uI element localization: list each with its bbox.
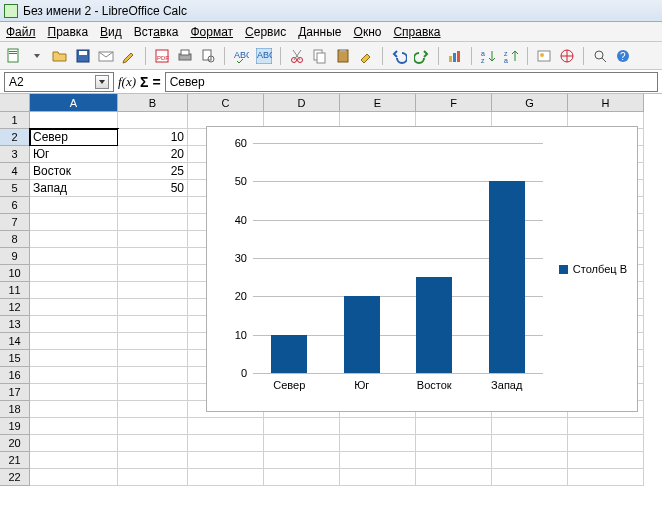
cell[interactable]: [188, 452, 264, 469]
select-all-corner[interactable]: [0, 94, 30, 112]
spreadsheet-grid[interactable]: ABCDEFGH 12Север103Юг204Восток255Запад50…: [0, 94, 662, 525]
row-header[interactable]: 14: [0, 333, 30, 350]
row-header[interactable]: 7: [0, 214, 30, 231]
cell[interactable]: [30, 452, 118, 469]
cell[interactable]: Север: [30, 129, 118, 146]
formula-input[interactable]: [165, 72, 658, 92]
cell[interactable]: [30, 265, 118, 282]
row-header[interactable]: 2: [0, 129, 30, 146]
cell[interactable]: [118, 333, 188, 350]
equals-icon[interactable]: =: [152, 74, 160, 90]
row-header[interactable]: 13: [0, 316, 30, 333]
row-header[interactable]: 8: [0, 231, 30, 248]
cell[interactable]: [30, 418, 118, 435]
cell[interactable]: [30, 316, 118, 333]
format-paintbrush-icon[interactable]: [356, 46, 376, 66]
cell[interactable]: 20: [118, 146, 188, 163]
row-header[interactable]: 9: [0, 248, 30, 265]
cell[interactable]: [416, 452, 492, 469]
cell[interactable]: [118, 350, 188, 367]
cell[interactable]: [30, 248, 118, 265]
chart-icon[interactable]: [445, 46, 465, 66]
cell[interactable]: [118, 367, 188, 384]
column-header[interactable]: G: [492, 94, 568, 112]
cell[interactable]: [30, 197, 118, 214]
row-header[interactable]: 15: [0, 350, 30, 367]
cell[interactable]: [340, 452, 416, 469]
column-header[interactable]: A: [30, 94, 118, 112]
row-header[interactable]: 20: [0, 435, 30, 452]
row-header[interactable]: 19: [0, 418, 30, 435]
column-header[interactable]: B: [118, 94, 188, 112]
function-wizard-icon[interactable]: f(x): [118, 74, 136, 90]
row-header[interactable]: 12: [0, 299, 30, 316]
row-header[interactable]: 16: [0, 367, 30, 384]
sort-desc-icon[interactable]: za: [501, 46, 521, 66]
row-header[interactable]: 3: [0, 146, 30, 163]
cell[interactable]: [30, 469, 118, 486]
save-icon[interactable]: [73, 46, 93, 66]
cell[interactable]: [30, 401, 118, 418]
cell[interactable]: [118, 197, 188, 214]
edit-icon[interactable]: [119, 46, 139, 66]
name-box[interactable]: A2: [4, 72, 114, 92]
cell[interactable]: [30, 214, 118, 231]
row-header[interactable]: 11: [0, 282, 30, 299]
cell[interactable]: [30, 435, 118, 452]
cell[interactable]: [30, 282, 118, 299]
cell[interactable]: [492, 469, 568, 486]
cell[interactable]: [118, 401, 188, 418]
row-header[interactable]: 21: [0, 452, 30, 469]
redo-icon[interactable]: [412, 46, 432, 66]
menu-data[interactable]: Данные: [298, 25, 341, 39]
menu-file[interactable]: Файл: [6, 25, 36, 39]
cell[interactable]: [118, 452, 188, 469]
column-header[interactable]: F: [416, 94, 492, 112]
cell[interactable]: [340, 418, 416, 435]
dropdown-icon[interactable]: [27, 46, 47, 66]
spellcheck-icon[interactable]: ABC: [231, 46, 251, 66]
cell[interactable]: [568, 435, 644, 452]
cell[interactable]: [118, 248, 188, 265]
cell[interactable]: Восток: [30, 163, 118, 180]
menu-insert[interactable]: Вставка: [134, 25, 179, 39]
navigator-icon[interactable]: [557, 46, 577, 66]
menu-tools[interactable]: Сервис: [245, 25, 286, 39]
menu-format[interactable]: Формат: [190, 25, 233, 39]
cell[interactable]: [492, 418, 568, 435]
cell[interactable]: [264, 435, 340, 452]
cut-icon[interactable]: [287, 46, 307, 66]
cell[interactable]: 50: [118, 180, 188, 197]
cell[interactable]: [568, 418, 644, 435]
cell[interactable]: [118, 435, 188, 452]
cell[interactable]: [30, 350, 118, 367]
column-header[interactable]: C: [188, 94, 264, 112]
menu-view[interactable]: Вид: [100, 25, 122, 39]
cell[interactable]: [30, 112, 118, 129]
cell[interactable]: [118, 265, 188, 282]
cell[interactable]: [416, 435, 492, 452]
cell[interactable]: [492, 435, 568, 452]
cell[interactable]: [188, 435, 264, 452]
menu-edit[interactable]: Правка: [48, 25, 89, 39]
print-preview-icon[interactable]: [198, 46, 218, 66]
cell[interactable]: [118, 418, 188, 435]
row-header[interactable]: 5: [0, 180, 30, 197]
cell[interactable]: [30, 333, 118, 350]
cell[interactable]: [30, 299, 118, 316]
chevron-down-icon[interactable]: [95, 75, 109, 89]
row-header[interactable]: 17: [0, 384, 30, 401]
new-icon[interactable]: [4, 46, 24, 66]
cell[interactable]: [118, 214, 188, 231]
sort-asc-icon[interactable]: az: [478, 46, 498, 66]
cell[interactable]: [118, 112, 188, 129]
row-header[interactable]: 18: [0, 401, 30, 418]
undo-icon[interactable]: [389, 46, 409, 66]
export-pdf-icon[interactable]: PDF: [152, 46, 172, 66]
paste-icon[interactable]: [333, 46, 353, 66]
cell[interactable]: [118, 299, 188, 316]
cell[interactable]: [568, 452, 644, 469]
column-header[interactable]: D: [264, 94, 340, 112]
cell[interactable]: [264, 469, 340, 486]
cell[interactable]: [118, 231, 188, 248]
